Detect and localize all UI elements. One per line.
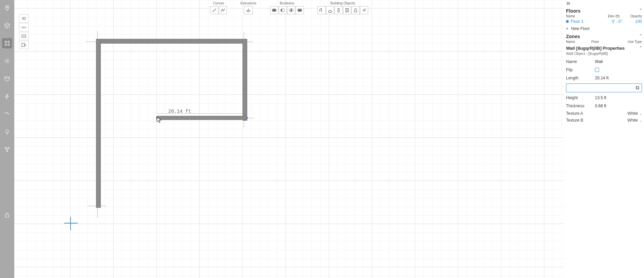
sun-icon[interactable] [2, 56, 12, 66]
prop-texture-b-row[interactable]: Texture B White ⌄ [564, 117, 644, 124]
wall-left[interactable] [96, 39, 101, 208]
svg-point-8 [6, 151, 8, 152]
svg-point-4 [8, 44, 10, 46]
prop-length-row: Length 20.14 ft [564, 74, 644, 82]
tool-difference[interactable] [296, 6, 304, 14]
box-icon[interactable] [2, 74, 12, 84]
chevron-up-icon: ⌃ [639, 46, 642, 51]
tool-subtract[interactable] [279, 6, 287, 14]
view-export-button[interactable] [19, 41, 29, 49]
graph-icon[interactable] [2, 144, 12, 155]
canvas-area[interactable]: 20.14 ft 3D ISO Curves [14, 0, 564, 278]
svg-point-141 [363, 9, 365, 11]
dimension-label: 20.14 ft [168, 108, 192, 114]
svg-line-128 [213, 9, 216, 12]
chevron-down-icon: ⌄ [639, 112, 642, 115]
panel-expand-icon[interactable] [564, 1, 644, 7]
modules-icon[interactable] [2, 38, 12, 48]
right-panel: Floors ⌃ Name Elev (ft) Opacity Floor 1 … [564, 0, 644, 278]
new-floor-button[interactable]: + New Floor [564, 25, 644, 32]
wall-top[interactable] [96, 39, 247, 44]
plus-icon: + [566, 26, 568, 31]
svg-point-135 [290, 9, 292, 12]
pin-icon[interactable] [2, 3, 12, 13]
tool-slab[interactable] [326, 6, 334, 14]
wall-selected[interactable] [157, 116, 247, 120]
svg-point-0 [6, 6, 8, 8]
view-3d-button[interactable]: 3D [19, 14, 29, 22]
flip-checkbox[interactable] [595, 68, 599, 72]
floors-headers: Name Elev (ft) Opacity [564, 14, 644, 18]
chevron-up-icon: ⌃ [639, 34, 642, 39]
wall-right[interactable] [242, 39, 247, 121]
svg-rect-127 [22, 43, 25, 47]
prop-thickness-row: Thickness 0.66 ft [564, 102, 644, 110]
floor-row[interactable]: Floor 1 0' - 0" 100 [564, 18, 644, 25]
svg-point-137 [299, 9, 302, 12]
tool-polyline[interactable] [219, 6, 227, 14]
view-plan-button[interactable] [19, 32, 29, 40]
properties-title[interactable]: Wall [8ugqrRjIlB] Properties ⌃ [564, 44, 644, 51]
chevron-down-icon: ⌄ [639, 119, 642, 122]
tool-union[interactable] [270, 6, 278, 14]
properties-subtitle: Wall Object - [8ugqrRjIlB] [564, 51, 644, 58]
tool-group-booleans: Booleans [270, 1, 304, 14]
app-root: 20.14 ft 3D ISO Curves [0, 0, 644, 278]
svg-rect-138 [338, 9, 339, 12]
prop-height-value[interactable]: 13.5 ft [595, 95, 642, 100]
copy-icon[interactable] [635, 85, 640, 91]
prop-name-value[interactable]: Wall [595, 59, 642, 64]
prop-name-row: Name Wall [564, 58, 644, 66]
tool-group-curves: Curves [210, 1, 227, 14]
prop-thickness-value[interactable]: 0.66 ft [595, 104, 642, 108]
tool-door[interactable] [351, 6, 360, 14]
svg-point-2 [8, 41, 10, 43]
zones-headers: Name Floor Use Type [564, 40, 644, 44]
cursor-icon [157, 117, 161, 123]
bolt-icon[interactable] [2, 91, 12, 102]
prop-extra-field[interactable] [568, 86, 635, 90]
tool-group-extrusions: Extrusions [240, 1, 256, 14]
floor-active-dot-icon [566, 20, 569, 23]
tool-column[interactable] [334, 6, 343, 14]
view-stack: 3D ISO [19, 14, 29, 49]
handle-end[interactable] [246, 117, 248, 119]
view-iso-button[interactable]: ISO [19, 23, 29, 31]
svg-point-130 [273, 9, 276, 12]
svg-rect-9 [5, 215, 9, 217]
prop-texture-a-row[interactable]: Texture A White ⌄ [564, 110, 644, 117]
prop-height-row: Height 13.5 ft [564, 94, 644, 102]
tool-line[interactable] [210, 6, 218, 14]
left-rail [0, 0, 14, 278]
tool-wall[interactable] [317, 6, 326, 14]
svg-point-132 [282, 9, 285, 12]
svg-point-5 [6, 60, 8, 62]
tool-extrude[interactable] [244, 6, 253, 14]
tool-roof[interactable] [360, 6, 368, 14]
prop-length-value[interactable]: 20.14 ft [595, 76, 642, 80]
cube-icon[interactable] [2, 20, 12, 31]
svg-point-3 [5, 44, 6, 46]
chevron-up-icon: ⌃ [639, 8, 642, 14]
zones-section-title[interactable]: Zones ⌃ [564, 32, 644, 40]
svg-point-1 [5, 41, 6, 43]
pipe-icon[interactable] [2, 109, 12, 119]
tool-window[interactable] [343, 6, 351, 14]
prop-flip-row: Flip [564, 66, 644, 74]
tool-group-building: Building Objects [317, 1, 368, 14]
prop-extra-input[interactable] [566, 83, 642, 92]
floors-section-title[interactable]: Floors ⌃ [564, 7, 644, 14]
bulb-icon[interactable] [2, 127, 12, 137]
top-toolbar: Curves Extrusions Booleans [210, 1, 368, 14]
lock-open-icon[interactable] [2, 210, 12, 220]
tool-intersect[interactable] [287, 6, 295, 14]
